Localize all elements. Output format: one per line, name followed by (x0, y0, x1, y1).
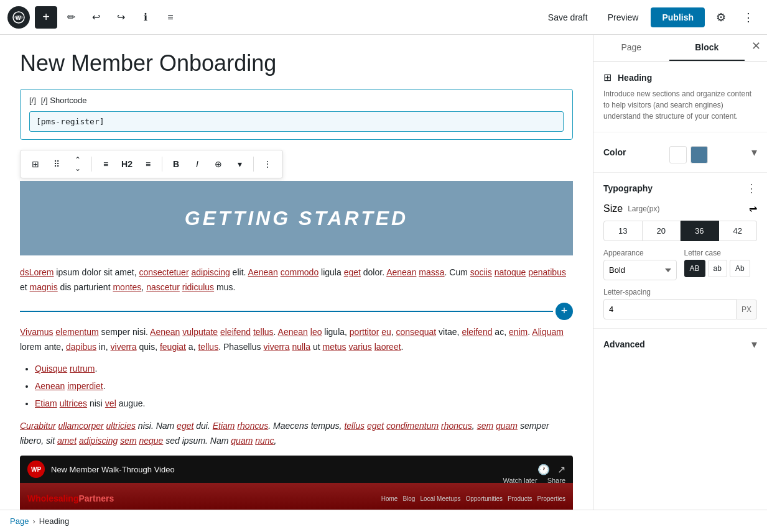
lc-lowercase-button[interactable]: ab (708, 260, 727, 277)
link-nunc[interactable]: nunc (255, 436, 274, 446)
link-rutrum[interactable]: rutrum (70, 364, 95, 374)
add-block-button[interactable]: + (35, 6, 57, 29)
panel-close-button[interactable]: ✕ (745, 35, 767, 57)
more-rich-text-button[interactable]: ▾ (230, 154, 249, 174)
typography-options-button[interactable]: ⋮ (746, 181, 757, 195)
link-varius[interactable]: varius (349, 342, 372, 352)
link-rhoncus[interactable]: rhoncus (237, 421, 268, 431)
color-section-header[interactable]: Color ▾ (603, 141, 757, 163)
save-draft-button[interactable]: Save draft (541, 9, 595, 26)
link-Aliquam[interactable]: Aliquam (532, 327, 564, 337)
link-tellus[interactable]: tellus (253, 327, 274, 337)
tab-block[interactable]: Block (669, 35, 745, 61)
link-tellus2[interactable]: tellus (198, 342, 218, 352)
drag-handle[interactable]: ⠿ (47, 154, 67, 174)
color-swatch-white[interactable] (669, 146, 687, 163)
link-dsLorem[interactable]: dsLorem (20, 267, 53, 277)
size-option-20[interactable]: 20 (643, 221, 681, 241)
link-natoque[interactable]: natoque (495, 267, 526, 277)
link-porttitor[interactable]: porttitor (350, 327, 379, 337)
info-button[interactable]: ℹ (134, 6, 157, 29)
letter-spacing-input[interactable] (603, 299, 737, 319)
link-eget3[interactable]: eget (367, 421, 384, 431)
link-imperdiet[interactable]: imperdiet (67, 381, 103, 391)
heading-level-button[interactable]: H2 (117, 154, 137, 174)
link-button[interactable]: ⊕ (208, 154, 228, 174)
link-viverra[interactable]: viverra (111, 342, 137, 352)
link-penatibus[interactable]: penatibus (528, 267, 566, 277)
shortcode-input[interactable] (29, 111, 564, 132)
link-ultricies[interactable]: ultricies (106, 421, 136, 431)
size-option-13[interactable]: 13 (603, 221, 643, 241)
color-toggle-button[interactable]: ▾ (751, 145, 757, 159)
link-tellus3[interactable]: tellus (344, 421, 365, 431)
link-Etiam[interactable]: Etiam (35, 398, 57, 408)
link-adipiscing2[interactable]: adipiscing (79, 436, 118, 446)
link-metus[interactable]: metus (322, 342, 346, 352)
link-dapibus[interactable]: dapibus (66, 342, 96, 352)
link-eget2[interactable]: eget (177, 421, 193, 431)
link-massa[interactable]: massa (419, 267, 444, 277)
lc-uppercase-button[interactable]: AB (684, 260, 705, 277)
size-option-36[interactable]: 36 (681, 221, 719, 241)
bold-button[interactable]: B (166, 154, 186, 174)
link-ullamcorper[interactable]: ullamcorper (58, 421, 103, 431)
link-leo[interactable]: leo (310, 327, 322, 337)
align-left-button[interactable]: ≡ (96, 154, 116, 174)
link-rhoncus2[interactable]: rhoncus (441, 421, 472, 431)
link-eu[interactable]: eu (381, 327, 391, 337)
wp-logo[interactable]: W (7, 6, 30, 29)
link-laoreet[interactable]: laoreet (374, 342, 401, 352)
link-consectetuer[interactable]: consectetuer (139, 267, 188, 277)
link-nascetur[interactable]: nascetur (146, 282, 180, 292)
link-Aenean3[interactable]: Aenean (150, 327, 180, 337)
preview-button[interactable]: Preview (600, 9, 646, 26)
link-montes[interactable]: montes (113, 282, 141, 292)
settings-button[interactable]: ⚙ (710, 6, 732, 29)
lc-capitalize-button[interactable]: Ab (730, 260, 750, 277)
size-option-42[interactable]: 42 (719, 221, 758, 241)
link-eleifend2[interactable]: eleifend (462, 327, 492, 337)
link-commodo[interactable]: commodo (281, 267, 318, 277)
link-nulla[interactable]: nulla (292, 342, 310, 352)
italic-button[interactable]: I (187, 154, 207, 174)
link-vulputate[interactable]: vulputate (182, 327, 218, 337)
typography-filter-button[interactable]: ⇌ (749, 203, 757, 214)
link-viverra2[interactable]: viverra (264, 342, 290, 352)
link-vel[interactable]: vel (105, 398, 116, 408)
breadcrumb-page-link[interactable]: Page (10, 516, 29, 526)
link-sociis[interactable]: sociis (470, 267, 492, 277)
link-enim[interactable]: enim (509, 327, 528, 337)
link-quam[interactable]: quam (496, 421, 518, 431)
pencil-button[interactable]: ✏ (60, 6, 82, 29)
link-amet[interactable]: amet (57, 436, 77, 446)
advanced-toggle-button[interactable]: ▾ (751, 337, 757, 351)
link-ultrices[interactable]: ultrices (60, 398, 87, 408)
publish-button[interactable]: Publish (651, 7, 705, 27)
advanced-header[interactable]: Advanced ▾ (603, 337, 757, 351)
appearance-select[interactable]: Bold Normal Italic (603, 260, 677, 280)
link-neque[interactable]: neque (139, 436, 163, 446)
tab-page[interactable]: Page (593, 35, 669, 61)
link-Aenean4[interactable]: Aenean (278, 327, 308, 337)
link-Aenean1[interactable]: Aenean (248, 267, 278, 277)
redo-button[interactable]: ↪ (109, 6, 132, 29)
link-Vivamus[interactable]: Vivamus (20, 327, 53, 337)
link-Etiam2[interactable]: Etiam (213, 421, 235, 431)
link-eleifend1[interactable]: eleifend (220, 327, 251, 337)
move-arrows[interactable]: ⌃⌄ (68, 154, 88, 174)
link-Quisque[interactable]: Quisque (35, 364, 67, 374)
link-sem2[interactable]: sem (120, 436, 136, 446)
link-Aenean2[interactable]: Aenean (386, 267, 416, 277)
shortcode-block[interactable]: [/] [/] Shortcode (20, 89, 573, 140)
link-quam2[interactable]: quam (231, 436, 253, 446)
link-consequat[interactable]: consequat (396, 327, 437, 337)
link-sem[interactable]: sem (477, 421, 493, 431)
link-adipiscing[interactable]: adipiscing (191, 267, 230, 277)
color-swatch-blue[interactable] (690, 146, 708, 163)
more-options-button[interactable]: ⋮ (737, 6, 760, 29)
link-Curabitur[interactable]: Curabitur (20, 421, 56, 431)
link-feugiat[interactable]: feugiat (160, 342, 186, 352)
link-condimentum[interactable]: condimentum (386, 421, 439, 431)
list-view-button[interactable]: ≡ (159, 6, 182, 29)
